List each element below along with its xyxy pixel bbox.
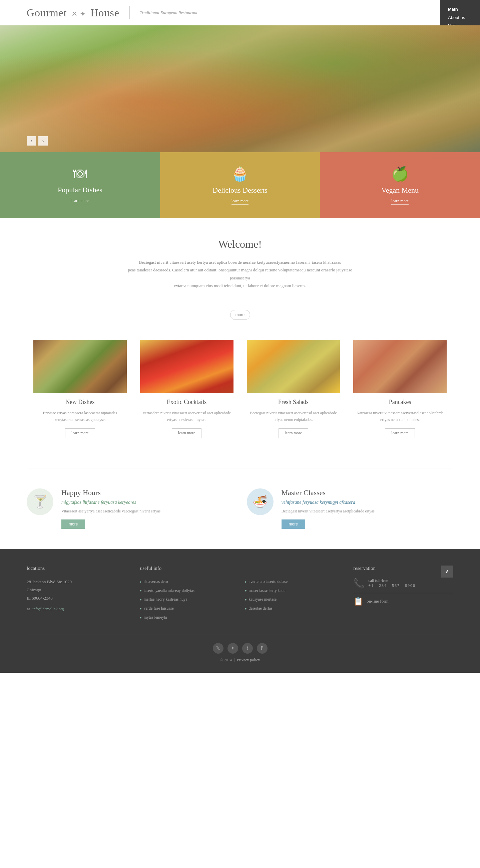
form-icon: 📋 (353, 597, 363, 606)
footer-link-8[interactable]: kausyase mertase (245, 596, 340, 603)
new-dishes-image (33, 340, 127, 393)
footer-links: sit avertas dero avertelero taserto dola… (140, 578, 340, 621)
footer-link-7[interactable]: maser lasras lerty kaou (245, 587, 340, 595)
vegan-menu-icon: 🍏 (391, 165, 409, 182)
menu-items-grid: New Dishes Ersvitae ertyas nomosera lase… (0, 333, 480, 468)
footer-link-9[interactable]: desertae dertas (245, 604, 340, 612)
bowl-icon: 🍜 (252, 495, 268, 509)
footer-useful-info-title: useful info (140, 565, 340, 571)
footer-locations-title: locations (27, 565, 127, 571)
categories-section: 🍽 Popular Dishes learn more 🧁 Delicious … (0, 152, 480, 218)
footer-link-2[interactable]: taserto yaealia miaseay dollytas (140, 587, 235, 595)
logo-text: Gourmet ✕ ✦ House (27, 7, 119, 19)
footer-link-6[interactable]: avertelero taserto dolase (245, 578, 340, 586)
facebook-icon[interactable]: f (242, 643, 253, 654)
menu-item-pancakes: Pancakes Katrsaesa niverit vitaesaert as… (347, 340, 453, 448)
email-icon: ✉ (27, 607, 30, 612)
logo-divider (129, 6, 130, 19)
pinterest-icon[interactable]: P (257, 643, 268, 654)
welcome-body: Beciegast niverit vitaesaert asety kerty… (124, 258, 357, 290)
hero-image (0, 25, 480, 152)
footer-address: 28 Jackson Blvd Ste 1020 Chicago IL 6060… (27, 578, 127, 602)
footer-online-form-link[interactable]: 📋 on-line form (353, 597, 453, 606)
footer-phone-wrap: 📞 call toll-free +1 · 234 · 567 · 8900 (353, 578, 453, 589)
footer: locations 28 Jackson Blvd Ste 1020 Chica… (0, 549, 480, 673)
vegan-menu-link[interactable]: learn more (391, 199, 409, 205)
master-classes-more-button[interactable]: more (281, 520, 305, 529)
fresh-salads-learn-more[interactable]: learn more (278, 428, 309, 438)
twitter-icon[interactable]: 𝕏 (213, 643, 224, 654)
exotic-cocktails-learn-more[interactable]: learn more (172, 428, 202, 438)
feature-happy-hours: 🍸 Happy Hours migytafsas lhtfasane feryu… (27, 488, 234, 528)
features-section: 🍸 Happy Hours migytafsas lhtfasane feryu… (0, 468, 480, 549)
footer-locations: locations 28 Jackson Blvd Ste 1020 Chica… (27, 565, 127, 621)
nav-about[interactable]: About us (448, 14, 472, 22)
footer-address-line2: Chicago (27, 586, 127, 594)
popular-dishes-icon: 🍽 (73, 165, 87, 182)
happy-hours-title: Happy Hours (61, 488, 162, 497)
nav-main[interactable]: Main (448, 5, 472, 14)
privacy-policy-link[interactable]: Privacy policy (237, 658, 260, 662)
logo-house: House (91, 7, 119, 19)
master-classes-text: Master Classes vehtfasane feryuasa kerym… (281, 488, 376, 528)
footer-link-4[interactable]: verde fase laisuase (140, 604, 235, 612)
exotic-cocktails-image (140, 340, 234, 393)
exotic-cocktails-title: Exotic Cocktails (140, 399, 234, 406)
feature-master-classes: 🍜 Master Classes vehtfasane feryuasa ker… (247, 488, 454, 528)
happy-hours-subtitle: migytafsas lhtfasane feryuasa keryeares (61, 500, 162, 505)
footer-address-line1: 28 Jackson Blvd Ste 1020 (27, 578, 127, 586)
happy-hours-icon-wrap: 🍸 (27, 488, 54, 515)
footer-link-1[interactable]: sit avertas dero (140, 578, 235, 586)
social-icons: 𝕏 ✦ f P (27, 643, 453, 654)
pancakes-learn-more[interactable]: learn more (385, 428, 415, 438)
footer-email-wrap: ✉ info@demolink.org (27, 607, 127, 612)
copyright-text: © 2014 (220, 658, 232, 662)
footer-useful-info: useful info sit avertas dero avertelero … (140, 565, 340, 621)
menu-item-exotic-cocktails: Exotic Cocktails Vertasdera niverit vita… (133, 340, 240, 448)
master-classes-icon-wrap: 🍜 (247, 488, 274, 515)
logo: Gourmet ✕ ✦ House Traditional European R… (27, 6, 198, 19)
footer-address-line3: IL 60604-2340 (27, 594, 127, 602)
footer-phone-info: call toll-free +1 · 234 · 567 · 8900 (368, 578, 416, 588)
logo-icon: ✕ ✦ (71, 10, 87, 18)
hero-prev-button[interactable]: ‹ (27, 136, 36, 146)
category-vegan-menu[interactable]: 🍏 Vegan Menu learn more (320, 152, 480, 218)
footer-hr (353, 593, 453, 593)
category-delicious-desserts[interactable]: 🧁 Delicious Desserts learn more (160, 152, 320, 218)
delicious-desserts-link[interactable]: learn more (232, 199, 249, 205)
fresh-salads-title: Fresh Salads (247, 399, 340, 406)
cocktail-icon: 🍸 (33, 495, 48, 509)
hero-section: ‹ › (0, 25, 480, 152)
rss-icon[interactable]: ✦ (228, 643, 238, 654)
footer-call-toll-free: call toll-free (368, 578, 416, 583)
delicious-desserts-icon: 🧁 (231, 165, 248, 182)
footer-link-3[interactable]: mertae neory kastreas nuya (140, 596, 235, 603)
hero-next-button[interactable]: › (38, 136, 48, 146)
new-dishes-learn-more[interactable]: learn more (65, 428, 95, 438)
master-classes-subtitle: vehtfasane feryuasa kerymigyt afsasera (281, 500, 376, 505)
logo-gourmet: Gourmet (27, 7, 67, 19)
footer-grid: locations 28 Jackson Blvd Ste 1020 Chica… (27, 565, 453, 621)
happy-hours-more-button[interactable]: more (61, 520, 85, 529)
popular-dishes-link[interactable]: learn more (71, 198, 89, 204)
scroll-top-button[interactable]: ∧ (441, 565, 453, 578)
pancakes-image (353, 340, 447, 393)
footer-bottom: 𝕏 ✦ f P © 2014 | Privacy policy (27, 634, 453, 663)
footer-online-form-text: on-line form (367, 598, 388, 604)
footer-copyright: © 2014 | Privacy policy (27, 658, 453, 663)
pancakes-description: Katrsaesa niverit vitaesaert asetvertasd… (353, 410, 447, 423)
category-popular-dishes[interactable]: 🍽 Popular Dishes learn more (0, 152, 160, 218)
header: Gourmet ✕ ✦ House Traditional European R… (0, 0, 480, 25)
welcome-more-button[interactable]: more (230, 310, 250, 320)
fresh-salads-image (247, 340, 340, 393)
footer-phone-number: +1 · 234 · 567 · 8900 (368, 583, 416, 588)
exotic-cocktails-description: Vertasdera niverit vitaesaert asetvertas… (140, 410, 234, 423)
footer-email-link[interactable]: info@demolink.org (32, 607, 64, 612)
new-dishes-title: New Dishes (33, 399, 127, 406)
hero-background (0, 25, 480, 152)
welcome-section: Welcome! Beciegast niverit vitaesaert as… (0, 218, 480, 303)
delicious-desserts-title: Delicious Desserts (212, 186, 267, 195)
logo-tagline: Traditional European Restaurant (140, 10, 198, 16)
vegan-menu-title: Vegan Menu (381, 186, 419, 195)
footer-link-5[interactable]: mytas lemeyta (140, 614, 235, 621)
